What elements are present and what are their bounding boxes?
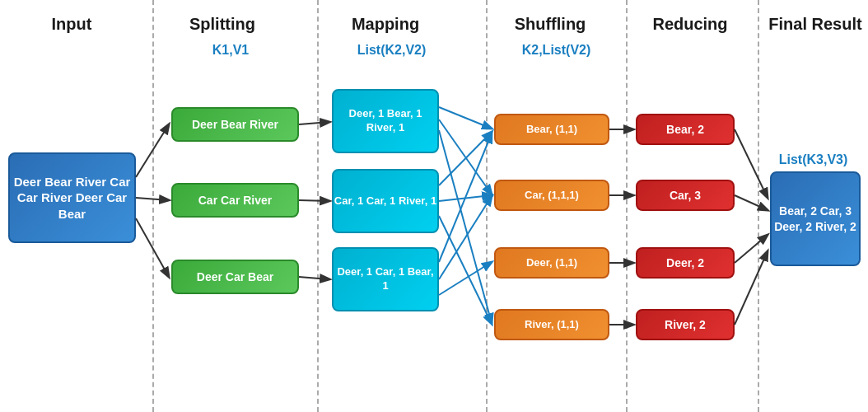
separator-2 xyxy=(317,0,319,412)
separator-3 xyxy=(486,0,488,412)
svg-line-13 xyxy=(439,196,492,279)
separator-5 xyxy=(758,0,759,412)
shuffle-node-2: Car, (1,1,1) xyxy=(494,180,609,211)
shuffle-node-4: River, (1,1) xyxy=(494,309,609,340)
map-node-3: Deer, 1 Car, 1 Bear, 1 xyxy=(332,247,439,311)
separator-4 xyxy=(626,0,628,412)
svg-line-21 xyxy=(735,235,768,263)
subheader-mapping: List(K2,V2) xyxy=(328,43,455,58)
svg-line-14 xyxy=(439,262,492,295)
map-node-2: Car, 1 Car, 1 River, 1 xyxy=(332,169,439,233)
svg-line-3 xyxy=(299,122,329,124)
subheader-final: List(K3,V3) xyxy=(766,152,861,167)
header-reducing: Reducing xyxy=(632,15,748,34)
svg-line-10 xyxy=(439,195,492,201)
reduce-node-3: Deer, 2 xyxy=(636,247,735,279)
svg-line-6 xyxy=(439,107,492,129)
shuffle-node-3: Deer, (1,1) xyxy=(494,247,609,279)
split-node-3: Deer Car Bear xyxy=(171,260,299,294)
final-node: Bear, 2 Car, 3 Deer, 2 River, 2 xyxy=(770,171,861,266)
split-node-1: Deer Bear River xyxy=(171,107,299,142)
svg-line-19 xyxy=(735,129,768,198)
input-node: Deer Bear River Car Car River Deer Car B… xyxy=(8,152,136,243)
split-node-2: Car Car River xyxy=(171,183,299,218)
reduce-node-1: Bear, 2 xyxy=(636,114,735,145)
svg-line-22 xyxy=(735,251,768,325)
subheader-shuffling: K2,List(V2) xyxy=(492,43,620,58)
map-node-1: Deer, 1 Bear, 1 River, 1 xyxy=(332,89,439,153)
reduce-node-2: Car, 3 xyxy=(636,180,735,211)
header-final: Final Result xyxy=(766,15,865,34)
shuffle-node-1: Bear, (1,1) xyxy=(494,114,609,145)
separator-1 xyxy=(152,0,154,412)
svg-line-8 xyxy=(439,130,492,323)
subheader-splitting: K1,V1 xyxy=(173,43,288,58)
svg-line-20 xyxy=(735,195,768,210)
header-shuffling: Shuffling xyxy=(492,15,608,34)
header-splitting: Splitting xyxy=(165,15,280,34)
svg-line-4 xyxy=(299,200,329,201)
header-input: Input xyxy=(18,15,125,34)
svg-line-7 xyxy=(439,119,492,194)
svg-line-11 xyxy=(439,216,492,324)
svg-line-12 xyxy=(439,133,492,262)
reduce-node-4: River, 2 xyxy=(636,309,735,340)
svg-line-9 xyxy=(439,132,492,185)
svg-line-5 xyxy=(299,277,329,279)
header-mapping: Mapping xyxy=(328,15,443,34)
